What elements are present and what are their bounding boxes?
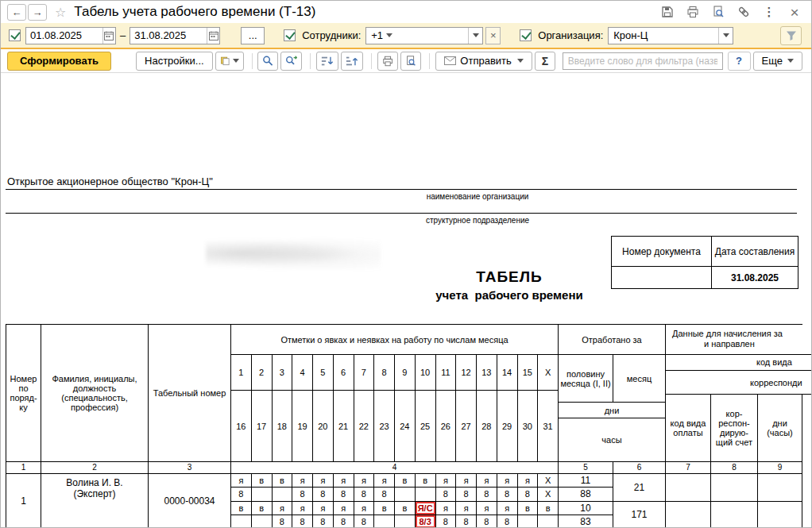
employees-dropdown-button[interactable] (468, 28, 482, 44)
mark-cell: я (456, 474, 477, 488)
empty-cell (666, 474, 711, 502)
print-preview-icon (712, 6, 725, 18)
header-days: дни (559, 403, 666, 418)
day-number-cell: 27 (456, 391, 477, 462)
close-button[interactable]: × (784, 3, 805, 21)
employee-tab-number: 0000-00034 (149, 474, 231, 528)
more-actions-button[interactable]: Еще (753, 52, 802, 71)
hours-cell: 8 (292, 488, 313, 501)
day-number-cell: 1 (231, 355, 252, 391)
get-link-button[interactable] (733, 3, 754, 21)
back-arrow-icon: ← (12, 6, 22, 18)
filter-settings-button[interactable] (780, 26, 802, 45)
date-from-calendar-button[interactable] (102, 28, 115, 44)
more-menu-button[interactable]: ⋮ (759, 3, 779, 21)
column-day-marks: Отметки о явках и неявках на работу по ч… (231, 325, 559, 528)
forward-button[interactable]: → (28, 4, 47, 21)
period-more-button[interactable]: ... (241, 27, 265, 44)
organization-checkbox[interactable] (520, 29, 532, 41)
save-button[interactable] (657, 3, 678, 21)
hours-cell: 8 (354, 515, 375, 528)
days-hours-cells (758, 474, 802, 528)
quick-filter-input[interactable] (563, 52, 723, 70)
pay-data-line2: и направлен (666, 339, 811, 349)
column-number: Номер по поряд-ку 1 1 (6, 325, 41, 528)
org-caption: наименование организации (358, 192, 597, 201)
toolbar-separator (429, 53, 430, 69)
mark-cell: я (436, 502, 457, 515)
save-icon (661, 6, 674, 18)
organization-value: Крон-Ц (613, 29, 648, 41)
header-name: Фамилия, инициалы, должность (специально… (41, 325, 149, 462)
organization-field[interactable]: Крон-Ц (608, 27, 733, 44)
employee-name-line1: Волина И. В. (66, 477, 122, 488)
half-total-cell: 83 (559, 515, 613, 528)
toolbar-separator (252, 53, 253, 69)
dropdown-arrow-icon (787, 59, 794, 63)
day-number-cell: 19 (292, 391, 313, 462)
header-corr-account: кор-респон-дирую-щий счет (711, 395, 758, 462)
employees-clear-button[interactable]: × (485, 27, 501, 44)
day-number-cell: 16 (231, 391, 252, 462)
timesheet-table: Номер по поряд-ку 1 1 Фамилия, инициалы,… (6, 324, 802, 528)
report-variants-button[interactable] (215, 52, 244, 71)
hours-cell: 8 (477, 515, 497, 528)
hours-cell: 8 (436, 515, 457, 528)
funnel-icon (786, 30, 797, 41)
hours-first-half-row: 88888888888X (231, 488, 559, 501)
sort-desc-button[interactable] (316, 52, 338, 71)
dropdown-arrow-icon (233, 59, 239, 63)
doc-number-value (612, 267, 712, 288)
filter-panel: – ... Сотрудники: +1 × Организация: Крон… (1, 23, 811, 49)
month-totals-column: 21 171 (613, 474, 666, 528)
mark-cell: я (273, 502, 293, 515)
day-number-cell: 9 (395, 355, 416, 391)
period-checkbox[interactable] (9, 29, 21, 41)
numbering-cell: 5 (559, 462, 613, 474)
marks-first-half-row: яввяяяяяввяяяяяX (231, 474, 559, 488)
mark-cell: в (416, 474, 436, 488)
day-number-cell: 29 (497, 391, 518, 462)
hours-cell: X (538, 488, 559, 501)
day-number-cell: 4 (292, 355, 313, 391)
employees-checkbox[interactable] (284, 29, 296, 41)
mark-cell: я (292, 474, 313, 488)
hours-cell: 8 (374, 488, 395, 501)
organization-dropdown-button[interactable] (718, 28, 733, 44)
help-button[interactable]: ? (728, 52, 751, 71)
day-number-cell: 18 (273, 391, 293, 462)
print-header-button[interactable] (682, 3, 703, 21)
pay-data-line1: Данные для начисления за (666, 329, 811, 339)
search-next-button[interactable] (280, 52, 302, 71)
employees-label: Сотрудники: (302, 29, 361, 41)
settings-button[interactable]: Настройки... (136, 52, 213, 71)
mark-cell: в (273, 474, 293, 488)
day-number-cell: 3 (273, 355, 293, 391)
day-number-cell: 30 (518, 391, 539, 462)
variants-icon (220, 55, 230, 67)
numbering-cell: 4 (231, 462, 559, 474)
print-button[interactable] (377, 52, 398, 71)
back-button[interactable]: ← (7, 4, 26, 21)
empty-cell (666, 502, 711, 528)
header-half-month: половину месяца (I, II) (559, 355, 613, 403)
sort-asc-button[interactable] (341, 52, 363, 71)
hours-cell: 8 (497, 488, 518, 501)
search-button[interactable] (257, 52, 278, 71)
date-from-input[interactable] (26, 28, 102, 44)
corr-account-cells (711, 474, 758, 528)
employees-field[interactable]: +1 (365, 27, 483, 44)
favorite-star-icon[interactable]: ☆ (55, 5, 66, 20)
date-to-calendar-button[interactable] (207, 28, 219, 44)
sum-button[interactable]: Σ (535, 52, 555, 71)
preview-header-button[interactable] (708, 3, 729, 21)
day-number-cell: 25 (416, 391, 436, 462)
send-button[interactable]: Отправить (435, 52, 532, 71)
doc-number-header: Номер документа (612, 237, 712, 267)
date-to-input[interactable] (130, 28, 207, 44)
half-totals-column: 11881083 (559, 474, 613, 528)
empty-cell (758, 474, 802, 502)
print-preview-button[interactable] (400, 52, 421, 71)
mark-cell: в (252, 474, 273, 488)
generate-button[interactable]: Сформировать (7, 52, 111, 71)
